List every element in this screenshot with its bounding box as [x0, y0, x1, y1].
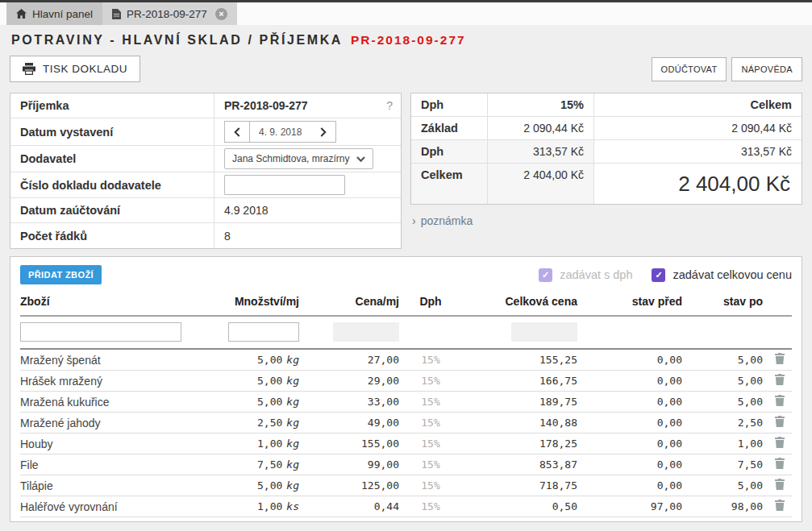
document-icon	[112, 9, 121, 19]
check-icon: ✓	[539, 268, 552, 282]
help-button[interactable]: NÁPOVĚDA	[731, 57, 802, 81]
col-header-quantity: Množství/mj	[226, 284, 299, 315]
supplier-select[interactable]: Jana Schmidtova, mrazírny	[224, 148, 373, 169]
chevron-right-icon	[320, 127, 327, 137]
help-icon[interactable]: ?	[386, 99, 393, 112]
delete-item-icon[interactable]	[763, 395, 797, 409]
item-total-price: 178,25	[462, 438, 577, 450]
item-name-link[interactable]: Mražená kukuřice	[20, 396, 110, 409]
item-unit-price: 155,00	[299, 438, 399, 450]
item-stock-after: 98,00	[682, 500, 763, 512]
item-unit-price: 49,00	[299, 417, 399, 429]
item-unit-price: 125,00	[299, 479, 399, 492]
form-row-issue-date: Datum vystavení 4. 9. 2018	[10, 118, 401, 146]
col-header-total-price: Celková cena	[462, 284, 577, 315]
col-header-unit-price: Cena/mj	[299, 284, 399, 315]
chevron-down-icon	[356, 156, 365, 162]
grand-total-value: 2 404,00 Kč	[594, 164, 802, 204]
printer-icon	[23, 63, 35, 75]
item-unit-price: 99,00	[299, 458, 399, 471]
delete-item-icon[interactable]	[763, 479, 797, 493]
chevron-right-icon: ›	[412, 214, 416, 227]
item-quantity: 1,00ks	[226, 500, 299, 512]
date-stepper: 4. 9. 2018	[224, 121, 336, 143]
delete-item-icon[interactable]	[763, 353, 797, 367]
supplier-doc-number-input[interactable]	[224, 175, 345, 195]
item-total-price: 155,25	[462, 354, 577, 366]
vat-summary-table: Dph 15% Celkem Základ 2 090,44 Kč 2 090,…	[410, 93, 802, 205]
table-row: Tilápie 5,00kg 125,00 15% 718,75 0,00 5,…	[20, 475, 792, 496]
checkbox-enter-total-price[interactable]: ✓ zadávat celkovou cenu	[652, 268, 792, 282]
item-unit: kg	[286, 375, 299, 387]
item-name-link[interactable]: Haléřové vyrovnání	[20, 500, 118, 513]
new-item-name-input[interactable]	[20, 322, 181, 342]
item-stock-before: 0,00	[577, 438, 682, 450]
item-unit: kg	[286, 354, 299, 366]
table-row: Mražené jahody 2,50kg 49,00 15% 140,88 0…	[20, 413, 792, 434]
actions-row: TISK DOKLADU ODÚČTOVAT NÁPOVĚDA	[10, 56, 802, 82]
item-unit-price: 33,00	[299, 396, 399, 408]
date-prev-button[interactable]	[224, 121, 250, 143]
item-quantity: 5,00kg	[226, 375, 299, 387]
date-next-button[interactable]	[310, 121, 336, 143]
form-row-posting-date: Datum zaúčtování 4.9 2018	[10, 198, 401, 223]
chevron-left-icon	[234, 127, 240, 137]
close-icon[interactable]: ×	[215, 8, 227, 20]
unpost-button[interactable]: ODÚČTOVAT	[652, 57, 727, 81]
item-stock-after: 5,00	[682, 354, 763, 366]
item-vat-rate: 15%	[399, 479, 462, 492]
item-name-link[interactable]: Mražené jahody	[20, 417, 101, 429]
tab-bar: Hlavní panel PR-2018-09-277 ×	[0, 0, 812, 25]
item-total-price: 140,88	[462, 417, 577, 429]
delete-item-icon[interactable]	[763, 437, 797, 451]
item-quantity: 7,50kg	[226, 458, 299, 471]
table-row: Haléřové vyrovnání 1,00ks 0,44 15% 0,50 …	[20, 496, 792, 517]
vat-total-row: Celkem 2 404,00 Kč 2 404,00 Kč	[411, 164, 802, 204]
item-name-link[interactable]: Hrášek mražený	[20, 375, 102, 388]
item-quantity: 1,00kg	[226, 438, 299, 450]
item-total-price: 166,75	[462, 375, 577, 387]
item-name-link[interactable]: File	[20, 458, 39, 471]
item-unit: kg	[286, 479, 299, 492]
item-name-link[interactable]: Tilápie	[20, 479, 53, 492]
delete-item-icon[interactable]	[763, 416, 797, 430]
note-toggle-link[interactable]: › poznámka	[412, 214, 802, 227]
item-unit: ks	[286, 500, 299, 512]
delete-item-icon[interactable]	[763, 374, 797, 388]
item-name-link[interactable]: Mražený špenát	[20, 354, 101, 367]
form-row-receipt: Příjemka PR-2018-09-277 ?	[10, 93, 401, 118]
warehouse-title: POTRAVINY - HLAVNÍ SKLAD / PŘÍJEMKA	[11, 33, 343, 47]
delete-item-icon[interactable]	[763, 500, 797, 514]
issue-date-value[interactable]: 4. 9. 2018	[250, 121, 310, 143]
new-item-quantity-input[interactable]	[228, 322, 299, 342]
item-stock-before: 97,00	[577, 500, 682, 512]
col-header-item: Zboží	[20, 284, 226, 315]
item-quantity: 2,50kg	[226, 417, 299, 429]
item-unit-price: 29,00	[299, 375, 399, 387]
item-vat-rate: 15%	[399, 500, 462, 512]
item-stock-after: 5,00	[682, 396, 763, 408]
item-vat-rate: 15%	[399, 458, 462, 471]
table-row: File 7,50kg 99,00 15% 853,87 0,00 7,50	[20, 454, 792, 475]
add-item-button[interactable]: PŘIDAT ZBOŽÍ	[20, 265, 102, 284]
table-row: Mražený špenát 5,00kg 27,00 15% 155,25 0…	[20, 350, 792, 371]
table-row: Houby 1,00kg 155,00 15% 178,25 0,00 1,00	[20, 434, 792, 454]
tab-document[interactable]: PR-2018-09-277 ×	[102, 2, 237, 25]
item-vat-rate: 15%	[399, 396, 462, 408]
receipt-number-value: PR-2018-09-277	[224, 99, 308, 112]
item-name-link[interactable]: Houby	[20, 438, 52, 450]
col-header-vat: Dph	[399, 284, 462, 315]
tab-main-panel[interactable]: Hlavní panel	[6, 2, 102, 25]
print-document-button[interactable]: TISK DOKLADU	[10, 56, 140, 82]
items-panel: PŘIDAT ZBOŽÍ ✓ zadávat s dph ✓ zadávat c…	[10, 256, 802, 522]
form-row-supplier: Dodavatel Jana Schmidtova, mrazírny	[10, 146, 401, 172]
document-number: PR-2018-09-277	[351, 33, 466, 47]
delete-item-icon[interactable]	[763, 458, 797, 472]
receipt-detail-panel: Příjemka PR-2018-09-277 ? Datum vystaven…	[10, 93, 402, 249]
page-title: POTRAVINY - HLAVNÍ SKLAD / PŘÍJEMKAPR-20…	[11, 33, 802, 48]
item-total-price: 718,75	[462, 479, 577, 492]
posting-date-value: 4.9 2018	[224, 204, 269, 217]
item-stock-after: 5,00	[682, 479, 763, 492]
item-stock-before: 0,00	[577, 479, 682, 492]
item-quantity: 5,00kg	[226, 479, 299, 492]
